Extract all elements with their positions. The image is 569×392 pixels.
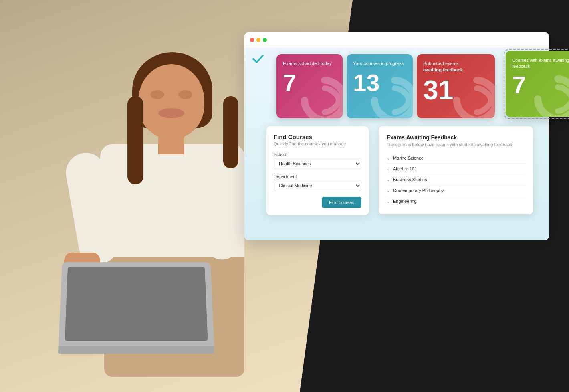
- stat-card-submitted-exams: Submitted examsawaiting feedback 31: [417, 54, 495, 118]
- find-courses-card: Find Courses Quickly find the courses yo…: [266, 126, 369, 215]
- person-eye-left: [150, 90, 164, 99]
- exams-feedback-card: Exams Awaiting Feedback The courses belo…: [379, 126, 533, 214]
- scene: Exams scheduled today 7 Your courses in …: [0, 0, 569, 392]
- app-logo: [252, 52, 264, 67]
- school-select[interactable]: Health Sciences: [274, 158, 361, 169]
- stat-card-courses-progress-number: 13: [353, 71, 406, 95]
- person-head: [138, 64, 204, 138]
- department-label: Department: [274, 174, 361, 179]
- chrome-dot-1: [250, 38, 254, 42]
- stat-card-courses-progress-title: Your courses in progress: [353, 61, 406, 67]
- stat-card-exams-scheduled: Exams scheduled today 7: [276, 54, 343, 118]
- department-select[interactable]: Clinical Medicine: [274, 180, 361, 191]
- browser-window: Exams scheduled today 7 Your courses in …: [244, 32, 549, 240]
- person-eye-right: [178, 90, 192, 99]
- course-name-2: Business Studies: [393, 177, 427, 182]
- course-name-1: Algebra 101: [393, 166, 417, 171]
- dotted-border: Courses with exams awaiting feedback 7: [504, 49, 569, 119]
- stat-card-courses-progress: Your courses in progress 13: [347, 54, 413, 118]
- chevron-icon-3: ⌄: [387, 188, 390, 193]
- laptop-base: [58, 346, 214, 354]
- stat-card-exams-scheduled-number: 7: [283, 71, 336, 95]
- laptop-body: [58, 262, 214, 354]
- course-name-0: Marine Science: [393, 156, 424, 160]
- chrome-dot-3: [263, 38, 267, 42]
- checkmark-icon: [252, 52, 264, 65]
- stat-card-courses-exams-title: Courses with exams awaiting feedback: [512, 57, 569, 69]
- laptop-screen: [65, 267, 208, 341]
- stat-card-exams-scheduled-title: Exams scheduled today: [283, 61, 336, 67]
- course-item-0[interactable]: ⌄ Marine Science: [387, 153, 525, 164]
- chevron-icon-4: ⌄: [387, 199, 390, 204]
- find-courses-button[interactable]: Find courses: [322, 197, 361, 208]
- chevron-icon-1: ⌄: [387, 167, 390, 171]
- course-item-3[interactable]: ⌄ Contemporary Philosophy: [387, 185, 525, 196]
- person-hair-left: [127, 96, 143, 184]
- find-courses-title: Find Courses: [274, 133, 361, 140]
- person-smile: [158, 108, 184, 118]
- find-courses-subtitle: Quickly find the courses you manage: [274, 141, 361, 146]
- chevron-icon-2: ⌄: [387, 178, 390, 182]
- stat-card-submitted-exams-number: 31: [423, 76, 488, 103]
- stat-card-courses-exams: Courses with exams awaiting feedback 7: [506, 51, 569, 117]
- exams-feedback-subtitle: The courses below have exams with studen…: [387, 142, 525, 147]
- chevron-icon-0: ⌄: [387, 156, 390, 160]
- stat-card-submitted-exams-title: Submitted examsawaiting feedback: [423, 61, 488, 73]
- stat-card-courses-exams-number: 7: [512, 73, 569, 97]
- course-item-2[interactable]: ⌄ Business Studies: [387, 174, 525, 185]
- school-label: School: [274, 152, 361, 157]
- course-name-4: Engineering: [393, 199, 417, 204]
- browser-chrome: [244, 32, 549, 48]
- chrome-dot-2: [256, 38, 260, 42]
- exams-feedback-title: Exams Awaiting Feedback: [387, 134, 525, 141]
- ui-overlay: Exams scheduled today 7 Your courses in …: [236, 32, 569, 293]
- stat-card-courses-exams-wrapper: Courses with exams awaiting feedback 7: [504, 49, 569, 119]
- course-name-3: Contemporary Philosophy: [393, 188, 444, 193]
- course-item-1[interactable]: ⌄ Algebra 101: [387, 164, 525, 174]
- course-item-4[interactable]: ⌄ Engineering: [387, 196, 525, 206]
- stats-cards-row: Exams scheduled today 7 Your courses in …: [276, 54, 495, 118]
